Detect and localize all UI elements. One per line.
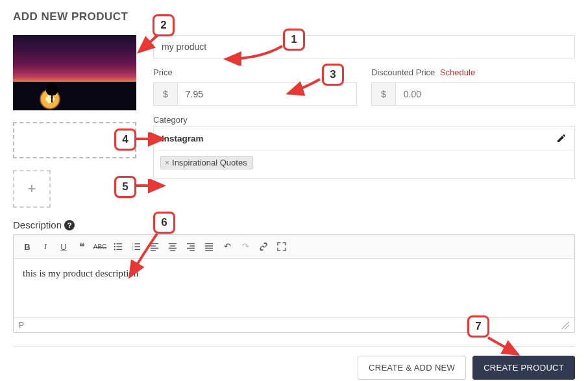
italic-button[interactable]: I — [37, 239, 54, 254]
currency-symbol: $ — [153, 82, 177, 106]
annotation-7: 7 — [467, 315, 489, 338]
price-input-group: $ — [153, 82, 357, 106]
redo-button[interactable]: ↷ — [237, 239, 254, 254]
align-right-button[interactable] — [182, 239, 199, 254]
svg-rect-22 — [187, 248, 195, 249]
annotation-3: 3 — [322, 64, 344, 86]
annotation-5: 5 — [114, 176, 136, 198]
sunset-thumbnail — [13, 35, 136, 110]
svg-rect-14 — [151, 248, 158, 249]
svg-rect-21 — [190, 245, 195, 246]
fullscreen-button[interactable] — [273, 239, 290, 254]
edit-icon[interactable] — [556, 133, 567, 143]
tag-label: Inspirational Quotes — [172, 158, 247, 167]
annotation-4: 4 — [114, 129, 136, 151]
discounted-price-input[interactable] — [395, 82, 575, 106]
annotation-2: 2 — [153, 14, 175, 36]
svg-rect-18 — [169, 248, 177, 249]
rich-text-editor: B I U ❝ ABC 123 ↶ ↷ this is my product d… — [13, 234, 575, 333]
svg-rect-15 — [151, 250, 156, 251]
discounted-price-input-group: $ — [371, 82, 575, 106]
tag-remove-icon[interactable]: × — [165, 158, 169, 167]
editor-toolbar: B I U ❝ ABC 123 ↶ ↷ — [14, 235, 574, 259]
separator — [13, 346, 575, 347]
editor-element-path: P — [19, 321, 24, 330]
annotation-6: 6 — [153, 212, 175, 234]
svg-rect-9 — [134, 246, 140, 247]
category-header[interactable]: Instagram — [153, 126, 575, 151]
schedule-link[interactable]: Schedule — [440, 68, 475, 77]
discounted-price-label-text: Discounted Price — [371, 68, 435, 77]
svg-rect-23 — [190, 250, 195, 251]
align-left-button[interactable] — [146, 239, 163, 254]
category-tag[interactable]: × Inspirational Quotes — [160, 156, 253, 169]
strike-button[interactable]: ABC — [92, 239, 108, 254]
description-label: Description — [13, 219, 62, 230]
help-icon[interactable]: ? — [64, 220, 75, 230]
ordered-list-button[interactable]: 123 — [128, 239, 145, 254]
svg-rect-26 — [205, 248, 213, 249]
link-button[interactable] — [255, 239, 272, 254]
svg-point-4 — [114, 249, 116, 250]
svg-rect-20 — [187, 243, 195, 244]
resize-grip[interactable] — [561, 321, 569, 329]
align-justify-button[interactable] — [201, 239, 217, 254]
annotation-1: 1 — [283, 29, 305, 51]
svg-rect-12 — [151, 243, 158, 244]
create-product-button[interactable]: CREATE PRODUCT — [472, 356, 575, 380]
page-title: ADD NEW PRODUCT — [13, 10, 575, 23]
price-input[interactable] — [177, 82, 357, 106]
svg-rect-17 — [170, 245, 175, 246]
svg-rect-19 — [170, 250, 175, 251]
discounted-price-label: Discounted Price Schedule — [371, 68, 575, 77]
bold-button[interactable]: B — [19, 239, 36, 254]
svg-text:3: 3 — [132, 248, 134, 251]
svg-rect-3 — [116, 246, 122, 247]
plus-icon: + — [28, 180, 36, 197]
svg-rect-5 — [116, 249, 122, 250]
currency-symbol-discount: $ — [371, 82, 395, 106]
svg-rect-11 — [134, 249, 140, 250]
svg-rect-7 — [134, 243, 140, 244]
svg-rect-25 — [205, 245, 213, 246]
svg-point-0 — [114, 243, 116, 244]
svg-rect-13 — [151, 245, 156, 246]
quote-button[interactable]: ❝ — [73, 239, 90, 254]
category-group-name: Instagram — [162, 134, 204, 143]
svg-rect-1 — [116, 243, 122, 244]
svg-point-2 — [114, 246, 116, 247]
product-image-primary[interactable] — [13, 35, 136, 110]
add-image-button[interactable]: + — [13, 170, 51, 208]
svg-rect-27 — [205, 250, 213, 251]
description-body[interactable]: this is my product description — [14, 259, 574, 317]
underline-button[interactable]: U — [55, 239, 72, 254]
svg-rect-24 — [205, 243, 213, 244]
align-center-button[interactable] — [164, 239, 181, 254]
category-label: Category — [153, 115, 575, 125]
create-and-add-new-button[interactable]: CREATE & ADD NEW — [358, 356, 466, 380]
category-tag-area[interactable]: × Inspirational Quotes — [153, 151, 575, 179]
product-name-input[interactable] — [153, 35, 575, 58]
undo-button[interactable]: ↶ — [219, 239, 236, 254]
svg-rect-16 — [169, 243, 177, 244]
unordered-list-button[interactable] — [110, 239, 127, 254]
